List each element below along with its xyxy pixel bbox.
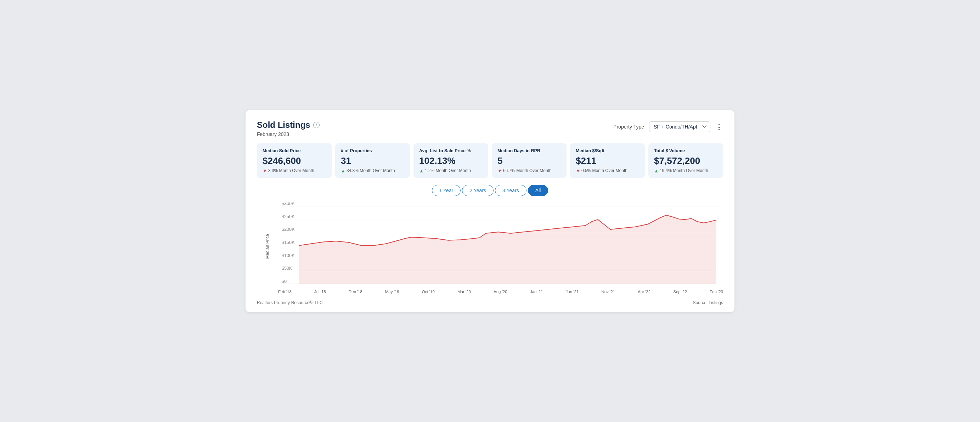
chart-container: $300K$250K$200K$150K$100K$50K$0 <box>278 203 723 287</box>
arrow-down-icon: ▼ <box>498 168 502 173</box>
metrics-row: Median Sold Price $246,600 ▼3.3% Month O… <box>257 143 723 178</box>
metric-change-text: 34.8% Month Over Month <box>347 168 395 173</box>
svg-text:$100K: $100K <box>282 252 295 258</box>
metric-change-text: 3.3% Month Over Month <box>268 168 314 173</box>
metric-card: Median $/Sqft $211 ▼0.5% Month Over Mont… <box>570 143 645 178</box>
metric-card: # of Properties 31 ▲34.8% Month Over Mon… <box>335 143 410 178</box>
property-type-label: Property Type <box>613 124 644 130</box>
chart-y-label: Median Price <box>265 238 270 259</box>
chart-svg: $300K$250K$200K$150K$100K$50K$0 <box>278 203 723 287</box>
x-axis-label: Feb '23 <box>710 290 723 294</box>
metric-value: 31 <box>341 155 404 167</box>
more-options-icon[interactable]: ⋮ <box>715 123 723 131</box>
metric-value: $211 <box>576 155 639 167</box>
arrow-down-icon: ▼ <box>262 168 267 173</box>
x-axis-labels: Feb '18Jul '18Dec '18May '19Oct '19Mar '… <box>278 287 723 294</box>
metric-card: Total $ Volume $7,572,200 ▲19.4% Month O… <box>648 143 723 178</box>
title-text: Sold Listings <box>257 120 310 130</box>
metric-value: $246,600 <box>262 155 326 167</box>
arrow-up-icon: ▲ <box>341 168 345 173</box>
svg-text:$150K: $150K <box>282 239 295 244</box>
metric-change-text: 1.2% Month Over Month <box>425 168 471 173</box>
arrow-up-icon: ▲ <box>419 168 424 173</box>
card-title: Sold Listings i <box>257 120 320 130</box>
metric-value: 5 <box>498 155 561 167</box>
arrow-up-icon: ▲ <box>654 168 659 173</box>
header-right: Property Type SF + Condo/TH/Apt SF Only … <box>613 121 723 132</box>
metric-card: Avg. List to Sale Price % 102.13% ▲1.2% … <box>414 143 488 178</box>
sold-listings-card: Sold Listings i February 2023 Property T… <box>245 110 735 312</box>
svg-text:$200K: $200K <box>282 227 295 232</box>
info-icon[interactable]: i <box>313 122 320 128</box>
property-type-select[interactable]: SF + Condo/TH/Apt SF Only Condo/TH/Apt O… <box>649 121 710 132</box>
arrow-down-icon: ▼ <box>576 168 580 173</box>
subtitle: February 2023 <box>257 131 320 137</box>
card-footer: Realtors Property Resource®, LLC Source:… <box>257 300 723 305</box>
metric-change: ▲19.4% Month Over Month <box>654 168 718 173</box>
metric-label: Total $ Volume <box>654 148 718 153</box>
time-tab-button[interactable]: 2 Years <box>462 185 493 196</box>
metric-change: ▼0.5% Month Over Month <box>576 168 639 173</box>
x-axis-label: Feb '18 <box>278 290 291 294</box>
x-axis-label: Sep '22 <box>673 290 687 294</box>
x-axis-label: Apr '22 <box>638 290 651 294</box>
metric-label: Median Sold Price <box>262 148 326 153</box>
x-axis-label: Oct '19 <box>422 290 435 294</box>
svg-text:$50K: $50K <box>282 265 292 271</box>
x-axis-label: May '19 <box>385 290 399 294</box>
chart-area: Median Price $300K$250K$200K$150K$100K$5… <box>257 203 723 294</box>
x-axis-label: Jan '21 <box>530 290 543 294</box>
metric-label: Median Days in RPR <box>498 148 561 153</box>
metric-change-text: 66.7% Month Over Month <box>503 168 552 173</box>
metric-change-text: 0.5% Month Over Month <box>581 168 627 173</box>
time-tab-button[interactable]: All <box>528 185 549 196</box>
x-axis-label: Jun '21 <box>566 290 579 294</box>
svg-text:$300K: $300K <box>282 203 295 206</box>
metric-label: # of Properties <box>341 148 404 153</box>
time-tab-button[interactable]: 3 Years <box>495 185 527 196</box>
metric-value: $7,572,200 <box>654 155 718 167</box>
footer-right: Source: Listings <box>693 300 723 305</box>
metric-change: ▼66.7% Month Over Month <box>498 168 561 173</box>
x-axis-label: Jul '18 <box>314 290 326 294</box>
time-tab-button[interactable]: 1 Year <box>432 185 461 196</box>
metric-card: Median Sold Price $246,600 ▼3.3% Month O… <box>257 143 332 178</box>
metric-value: 102.13% <box>419 155 482 167</box>
metric-change: ▲1.2% Month Over Month <box>419 168 482 173</box>
metric-change-text: 19.4% Month Over Month <box>660 168 708 173</box>
x-axis-label: Mar '20 <box>457 290 471 294</box>
metric-label: Median $/Sqft <box>576 148 639 153</box>
x-axis-label: Aug '20 <box>493 290 508 294</box>
svg-text:$250K: $250K <box>282 214 295 219</box>
x-axis-label: Nov '21 <box>601 290 615 294</box>
svg-text:$0: $0 <box>282 278 286 284</box>
footer-left: Realtors Property Resource®, LLC <box>257 300 323 305</box>
metric-label: Avg. List to Sale Price % <box>419 148 482 153</box>
card-header: Sold Listings i February 2023 Property T… <box>257 120 723 137</box>
metric-card: Median Days in RPR 5 ▼66.7% Month Over M… <box>492 143 566 178</box>
title-block: Sold Listings i February 2023 <box>257 120 320 137</box>
metric-change: ▲34.8% Month Over Month <box>341 168 404 173</box>
metric-change: ▼3.3% Month Over Month <box>262 168 326 173</box>
time-tabs: 1 Year2 Years3 YearsAll <box>257 185 723 196</box>
x-axis-label: Dec '18 <box>348 290 363 294</box>
